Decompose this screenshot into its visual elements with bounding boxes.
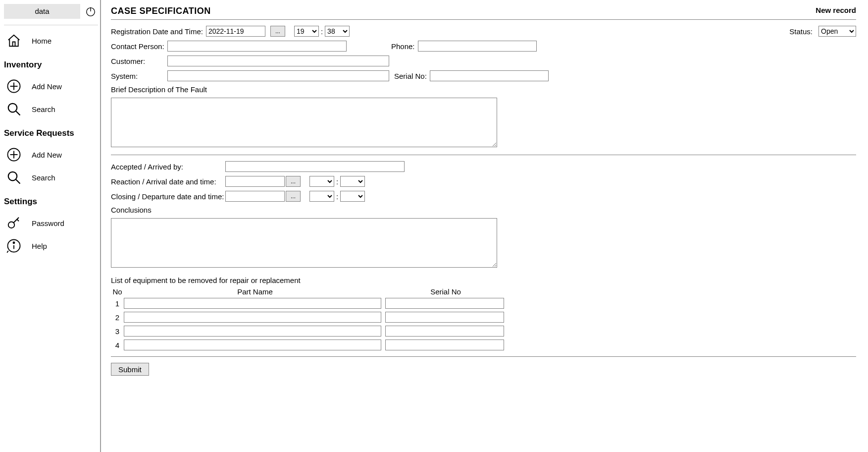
search-icon [5, 102, 23, 116]
contact-input[interactable] [167, 41, 347, 52]
submit-button[interactable]: Submit [111, 363, 149, 376]
nav-label: Password [32, 219, 64, 227]
reaction-hour-select[interactable] [309, 176, 334, 187]
brief-description-textarea[interactable] [111, 98, 497, 147]
label-closing: Closing / Departure date and time: [111, 192, 222, 201]
row-no: 3 [111, 327, 124, 336]
nav-label: Search [32, 173, 55, 182]
part-serial-input[interactable] [385, 339, 504, 350]
table-row: 3 [111, 326, 856, 337]
key-icon [5, 216, 23, 230]
label-reaction: Reaction / Arrival date and time: [111, 177, 222, 186]
reg-date-picker-button[interactable]: ... [270, 26, 285, 37]
nav-inventory-search[interactable]: Search [4, 98, 98, 120]
section-inventory-title: Inventory [4, 60, 98, 70]
svg-point-10 [8, 172, 17, 181]
nav-help[interactable]: Help [4, 234, 98, 257]
closing-date-picker-button[interactable]: ... [286, 191, 301, 202]
part-serial-input[interactable] [385, 326, 504, 337]
label-equipment-list: List of equipment to be removed for repa… [111, 276, 301, 284]
table-row: 4 [111, 339, 856, 350]
part-name-input[interactable] [124, 312, 381, 323]
row-no: 1 [111, 299, 124, 308]
search-icon [5, 170, 23, 185]
part-serial-input[interactable] [385, 298, 504, 309]
table-row: 2 [111, 312, 856, 323]
closing-date-input[interactable] [225, 191, 285, 202]
sidebar-divider [4, 25, 98, 25]
part-serial-input[interactable] [385, 312, 504, 323]
section-service-title: Service Requests [4, 128, 98, 138]
table-row: 1 [111, 298, 856, 309]
reg-hour-select[interactable]: 19 [294, 26, 319, 37]
status-select[interactable]: Open [818, 26, 856, 37]
nav-service-search[interactable]: Search [4, 166, 98, 189]
reaction-date-input[interactable] [225, 176, 285, 187]
nav-service-add[interactable]: Add New [4, 143, 98, 166]
nav-label: Help [32, 242, 47, 250]
part-name-input[interactable] [124, 298, 381, 309]
svg-line-11 [16, 179, 20, 184]
svg-line-6 [16, 111, 20, 115]
label-system: System: [111, 72, 164, 80]
page-title: CASE SPECIFICATION [111, 6, 211, 16]
section-rule-1 [111, 155, 856, 155]
label-serial: Serial No: [394, 72, 427, 80]
data-button[interactable]: data [4, 4, 80, 19]
nav-home[interactable]: Home [4, 29, 98, 52]
closing-hour-select[interactable] [309, 191, 334, 202]
col-header-no: No [111, 287, 124, 296]
label-status: Status: [789, 27, 813, 36]
power-icon[interactable] [83, 4, 98, 19]
svg-point-14 [13, 242, 15, 243]
colon-separator: : [336, 177, 338, 186]
reaction-date-picker-button[interactable]: ... [286, 176, 301, 187]
col-header-part: Part Name [124, 287, 386, 296]
part-name-input[interactable] [124, 339, 381, 350]
plus-circle-icon [5, 79, 23, 94]
nav-home-label: Home [32, 37, 51, 45]
label-customer: Customer: [111, 57, 164, 65]
sidebar: data Home Inventory Add New Search Servi… [0, 0, 101, 452]
colon-separator: : [321, 27, 323, 36]
svg-point-5 [8, 104, 17, 113]
section-rule-2 [111, 356, 856, 357]
nav-inventory-add[interactable]: Add New [4, 75, 98, 98]
record-status: New record [816, 6, 856, 14]
phone-input[interactable] [418, 41, 537, 52]
colon-separator: : [336, 192, 338, 201]
row-no: 4 [111, 341, 124, 349]
label-phone: Phone: [391, 42, 415, 51]
conclusions-textarea[interactable] [111, 218, 497, 268]
reg-date-input[interactable] [206, 26, 265, 37]
equipment-table: No Part Name Serial No 1 2 3 4 [111, 287, 856, 350]
part-name-input[interactable] [124, 326, 381, 337]
nav-label: Add New [32, 151, 62, 159]
serial-input[interactable] [430, 70, 549, 81]
label-conclusions: Conclusions [111, 206, 152, 214]
accepted-by-input[interactable] [225, 161, 405, 172]
reg-min-select[interactable]: 38 [325, 26, 350, 37]
section-settings-title: Settings [4, 197, 98, 207]
nav-label: Add New [32, 82, 62, 91]
system-input[interactable] [167, 70, 389, 81]
plus-circle-icon [5, 147, 23, 162]
closing-min-select[interactable] [340, 191, 365, 202]
label-brief: Brief Description of The Fault [111, 85, 207, 94]
label-reg-datetime: Registration Date and Time: [111, 27, 203, 36]
row-no: 2 [111, 313, 124, 322]
label-contact: Contact Person: [111, 42, 164, 51]
nav-password[interactable]: Password [4, 212, 98, 234]
main-content: CASE SPECIFICATION New record Registrati… [101, 0, 868, 452]
reaction-min-select[interactable] [340, 176, 365, 187]
info-icon [5, 238, 23, 253]
label-accepted: Accepted / Arrived by: [111, 163, 222, 171]
col-header-serial: Serial No [386, 287, 505, 296]
nav-label: Search [32, 105, 55, 113]
home-icon [5, 33, 23, 48]
customer-input[interactable] [167, 56, 389, 66]
